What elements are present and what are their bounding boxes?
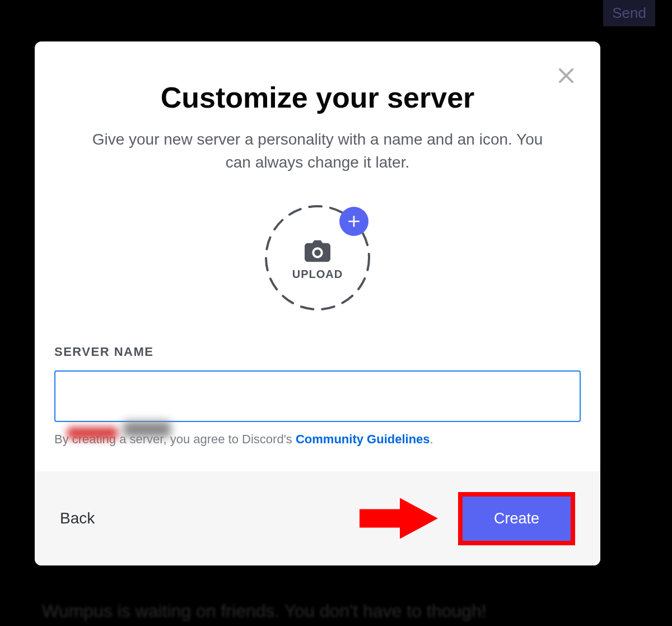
- blurred-input-text-gray: [123, 421, 171, 437]
- server-name-label: SERVER NAME: [54, 345, 581, 359]
- upload-icon-button[interactable]: UPLOAD: [264, 205, 371, 311]
- create-button[interactable]: Create: [463, 497, 571, 541]
- customize-server-modal: Customize your server Give your new serv…: [35, 41, 600, 565]
- annotation-highlight-box: Create: [458, 492, 575, 545]
- back-button[interactable]: Back: [60, 509, 95, 527]
- close-icon: [556, 65, 577, 86]
- background-wumpus-text: Wumpus is waiting on friends. You don't …: [42, 601, 487, 622]
- svg-marker-6: [360, 498, 438, 539]
- footer-right: Create: [458, 492, 575, 545]
- server-name-input[interactable]: [54, 370, 581, 422]
- close-button[interactable]: [556, 65, 577, 86]
- guidelines-suffix: .: [430, 432, 433, 446]
- blurred-input-text-red: [67, 427, 118, 439]
- upload-container: UPLOAD: [54, 205, 581, 311]
- plus-badge: [339, 207, 368, 236]
- plus-icon: [347, 214, 361, 229]
- background-send-button: Send: [603, 0, 655, 26]
- modal-content: Customize your server Give your new serv…: [35, 41, 600, 471]
- modal-title: Customize your server: [54, 81, 581, 114]
- modal-footer: Back Create: [35, 471, 600, 565]
- annotation-arrow-icon: [360, 495, 438, 542]
- community-guidelines-link[interactable]: Community Guidelines: [296, 432, 430, 446]
- modal-subtitle: Give your new server a personality with …: [80, 128, 556, 174]
